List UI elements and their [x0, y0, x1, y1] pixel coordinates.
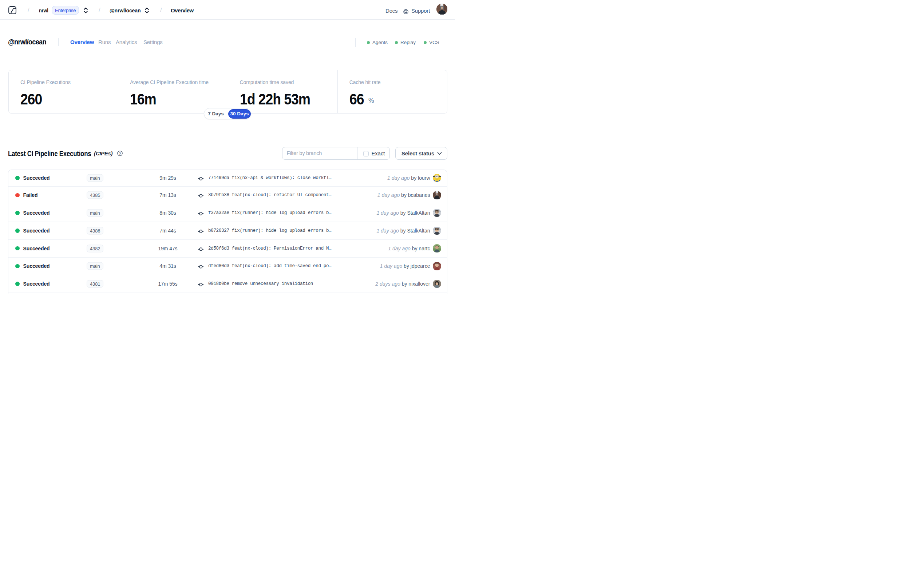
svg-text:?: ? [119, 151, 121, 155]
